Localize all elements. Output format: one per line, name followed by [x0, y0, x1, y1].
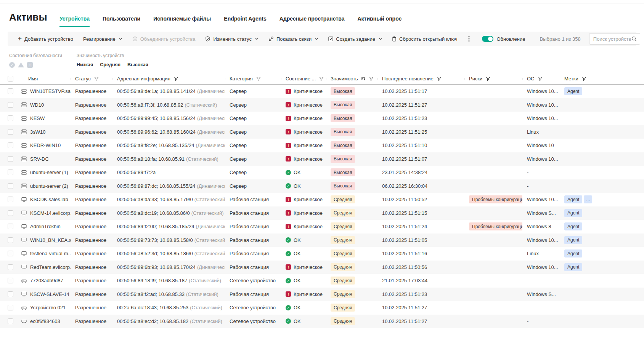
row-checkbox[interactable]	[8, 156, 13, 162]
table-row[interactable]: ec0f6f834603Разрешенное00:50:56:a8:ec:d2…	[0, 315, 644, 328]
filter-funnel[interactable]	[437, 77, 442, 81]
sort-icon[interactable]	[361, 77, 366, 81]
tags-cell: Agent	[560, 87, 644, 95]
row-checkbox-cell	[0, 197, 17, 202]
server-icon-wrap	[21, 170, 27, 175]
devices-table: ИмяСтатусАдресная информацияКатегорияСос…	[0, 73, 644, 328]
add-device-button[interactable]: + Добавить устройство	[13, 32, 78, 46]
status-value: Разрешенное	[75, 224, 106, 229]
filter-funnel[interactable]	[538, 77, 543, 81]
tab-endpoint-agents[interactable]: Endpoint Agents	[224, 16, 266, 27]
row-checkbox[interactable]	[8, 237, 13, 243]
table-row[interactable]: WD10Разрешенное00:50:56:a8:f7:3f; 10.68.…	[0, 98, 644, 112]
reset-key-button[interactable]: Сбросить открытый ключ	[387, 32, 462, 46]
table-row[interactable]: testlena-virtual-m...Разрешенное00:50:56…	[0, 247, 644, 261]
create-task-button[interactable]: Создать задание	[323, 32, 387, 46]
table-row[interactable]: SRV-DCРазрешенное00:50:56:a8:18:fa; 10.6…	[0, 152, 644, 166]
refresh-toggle[interactable]: Обновление	[476, 36, 531, 42]
last-seen-value: 10.02.2025 11:51:07	[382, 156, 427, 162]
status-cell: Разрешенное	[71, 156, 112, 162]
filter-funnel[interactable]	[319, 77, 324, 81]
table-row[interactable]: AdminTrokhinРазрешенное00:50:56:89:f2:00…	[0, 220, 644, 233]
row-checkbox[interactable]	[8, 305, 13, 310]
table-row[interactable]: KEDR-WIN10Разрешенное00:50:56:a8:f8:2e; …	[0, 139, 644, 152]
table-row[interactable]: ubuntu-server (1)Разрешенное00:50:56:89:…	[0, 166, 644, 179]
importance-badge: Средняя	[331, 236, 355, 244]
search-icon[interactable]	[631, 36, 637, 42]
respond-button[interactable]: Реагирование	[78, 32, 127, 46]
merge-devices-button[interactable]: Объединить устройства	[127, 32, 201, 46]
address-value: 00:2a:6a:dc:18:43; 10.68.85.253	[117, 305, 188, 310]
table-row[interactable]: RedTeam.evilcorp....Разрешенное00:50:56:…	[0, 261, 644, 274]
sort-icon-wrap[interactable]	[361, 77, 366, 81]
filter-funnel[interactable]	[256, 77, 261, 81]
filter-funnel-icon[interactable]	[486, 77, 490, 81]
state-critical-filter-icon[interactable]: !	[27, 62, 33, 68]
filter-funnel-icon[interactable]	[94, 77, 99, 81]
select-all-checkbox[interactable]	[8, 76, 13, 82]
filter-funnel[interactable]	[369, 77, 374, 81]
tab-активный-опрос[interactable]: Активный опрос	[357, 16, 401, 27]
importance-option-high[interactable]: Высокая	[127, 62, 148, 67]
state-ok-filter-icon[interactable]: ✓	[9, 62, 15, 68]
row-checkbox[interactable]	[8, 170, 13, 175]
table-row[interactable]: KSCM-14.evilcorp.l...Разрешенное00:50:56…	[0, 206, 644, 220]
table-row[interactable]: WIN10_BN_KEA.sal...Разрешенное00:50:56:8…	[0, 233, 644, 247]
row-checkbox[interactable]	[8, 183, 13, 189]
filter-funnel[interactable]	[582, 77, 586, 81]
filter-funnel[interactable]	[174, 77, 178, 81]
filter-funnel[interactable]	[94, 77, 99, 81]
tab-адресные-пространства[interactable]: Адресные пространства	[279, 16, 345, 27]
filter-funnel-icon[interactable]	[256, 77, 261, 81]
tags-cell: Agent	[560, 249, 644, 257]
more-actions-button[interactable]	[462, 36, 476, 42]
search-input[interactable]	[593, 36, 631, 42]
table-row[interactable]: 3sW10Разрешенное00:50:56:89:96:62; 10.68…	[0, 125, 644, 139]
importance-option-low[interactable]: Низкая	[77, 62, 93, 67]
filter-funnel-icon[interactable]	[582, 77, 586, 81]
table-row[interactable]: KSCDK.sales.labРазрешенное00:50:56:a8:da…	[0, 193, 644, 206]
tab-исполняемые-файлы[interactable]: Исполняемые файлы	[153, 16, 211, 27]
tab-устройства[interactable]: Устройства	[59, 16, 90, 27]
filter-funnel-icon[interactable]	[538, 77, 543, 81]
os-value: Linux	[527, 129, 539, 135]
tab-пользователи[interactable]: Пользователи	[103, 16, 140, 27]
table-row[interactable]: Устройство 021Разрешенное00:2a:6a:dc:18:…	[0, 301, 644, 315]
filter-funnel[interactable]	[486, 77, 490, 81]
row-checkbox[interactable]	[8, 115, 13, 121]
table-row[interactable]: WIN10TESTVP.sale...Разрешенное00:50:56:a…	[0, 85, 644, 98]
row-checkbox[interactable]	[8, 88, 13, 94]
tags-overflow-badge[interactable]: ...	[584, 195, 592, 203]
row-checkbox[interactable]	[8, 278, 13, 283]
row-checkbox-cell	[0, 264, 17, 270]
row-checkbox[interactable]	[8, 197, 13, 202]
os-value: Windows 10...	[527, 88, 558, 94]
row-checkbox[interactable]	[8, 142, 13, 148]
filter-funnel-icon[interactable]	[174, 77, 178, 81]
filter-funnel-icon[interactable]	[437, 77, 442, 81]
os-cell: Windows 10...	[522, 264, 560, 270]
table-row[interactable]: KSCW-SLAVE-14Разрешенное00:50:56:a8:f2:a…	[0, 288, 644, 301]
row-checkbox[interactable]	[8, 224, 13, 229]
filter-funnel-icon[interactable]	[369, 77, 374, 81]
table-row[interactable]: 77203adb9d87Разрешенное00:50:56:89:18:f9…	[0, 274, 644, 288]
state-warning-filter-icon[interactable]	[18, 62, 24, 67]
table-row[interactable]: ubuntu-server (2)Разрешенное00:50:56:89:…	[0, 179, 644, 193]
table-row[interactable]: KESWРазрешенное00:50:56:89:99:45; 10.68.…	[0, 112, 644, 125]
state-label: Критическое	[294, 115, 323, 121]
row-checkbox[interactable]	[8, 129, 13, 135]
importance-option-medium[interactable]: Средняя	[100, 62, 120, 67]
row-checkbox[interactable]	[8, 291, 13, 297]
row-checkbox[interactable]	[8, 251, 13, 256]
row-checkbox[interactable]	[8, 210, 13, 216]
device-name-cell: ubuntu-server (2)	[17, 183, 71, 189]
row-checkbox[interactable]	[8, 264, 13, 270]
settings-gear-button[interactable]: ⚙	[640, 35, 644, 43]
row-checkbox[interactable]	[8, 318, 13, 324]
row-checkbox-cell	[0, 251, 17, 256]
show-links-button[interactable]: Показать связи	[263, 32, 323, 46]
change-status-button[interactable]: Изменить статус	[200, 32, 263, 46]
filter-funnel-icon[interactable]	[319, 77, 324, 81]
row-checkbox[interactable]	[8, 102, 13, 108]
last-seen-cell: 10.02.2025 11:50:56	[377, 264, 464, 270]
